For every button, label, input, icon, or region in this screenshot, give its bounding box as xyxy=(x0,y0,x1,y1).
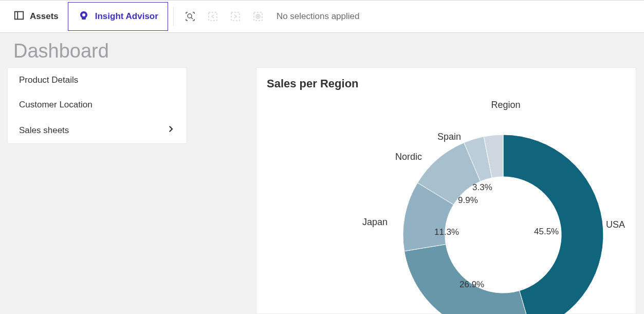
value-label-nordic: 9.9% xyxy=(458,195,478,206)
chart-title: Sales per Region xyxy=(267,77,625,90)
slice-label-spain: Spain xyxy=(437,132,461,142)
content-area: Product Details Customer Location Sales … xyxy=(0,67,644,314)
svg-line-4 xyxy=(191,17,193,19)
side-item-sales-sheets[interactable]: Sales sheets xyxy=(8,117,187,143)
side-item-label: Customer Location xyxy=(19,100,93,110)
svg-rect-0 xyxy=(15,11,24,19)
selection-back-button xyxy=(201,5,224,28)
slice-label-japan: Japan xyxy=(362,217,388,228)
insight-advisor-button[interactable]: Insight Advisor xyxy=(68,2,168,31)
smart-search-button[interactable] xyxy=(179,5,201,28)
value-label-japan: 11.3% xyxy=(434,227,459,237)
value-label-usa: 45.5% xyxy=(534,227,559,237)
clear-selections-button xyxy=(247,5,269,28)
svg-point-3 xyxy=(188,14,192,18)
filter-panel: Product Details Customer Location Sales … xyxy=(7,67,187,144)
value-label-uk: 26.9% xyxy=(459,280,484,290)
panel-icon xyxy=(13,10,25,24)
slice-label-nordic: Nordic xyxy=(395,152,422,162)
svg-point-2 xyxy=(83,14,85,16)
side-item-label: Sales sheets xyxy=(19,125,69,136)
toolbar-separator xyxy=(173,7,174,26)
assets-label: Assets xyxy=(30,11,59,22)
top-toolbar: Assets Insight Advisor xyxy=(0,0,644,33)
value-label-spain: 3.3% xyxy=(472,182,492,193)
svg-rect-6 xyxy=(231,12,240,21)
assets-button[interactable]: Assets xyxy=(4,2,68,31)
chevron-right-icon xyxy=(166,124,175,136)
donut-slice-usa[interactable] xyxy=(503,135,603,314)
svg-rect-5 xyxy=(209,12,217,21)
insight-advisor-label: Insight Advisor xyxy=(95,11,158,22)
side-item-label: Product Details xyxy=(19,75,78,85)
side-item-product-details[interactable]: Product Details xyxy=(8,68,187,93)
donut-chart[interactable] xyxy=(400,132,606,314)
side-item-customer-location[interactable]: Customer Location xyxy=(8,93,187,117)
selection-status-text: No selections applied xyxy=(277,11,360,22)
insight-icon xyxy=(78,9,90,24)
chart-card-sales-per-region[interactable]: Sales per Region Region USAJapanNordicSp… xyxy=(256,67,636,314)
page-title: Dashboard xyxy=(0,33,644,67)
chart-legend-title: Region xyxy=(477,100,534,110)
slice-label-usa: USA xyxy=(606,219,625,230)
selection-forward-button xyxy=(224,5,247,28)
